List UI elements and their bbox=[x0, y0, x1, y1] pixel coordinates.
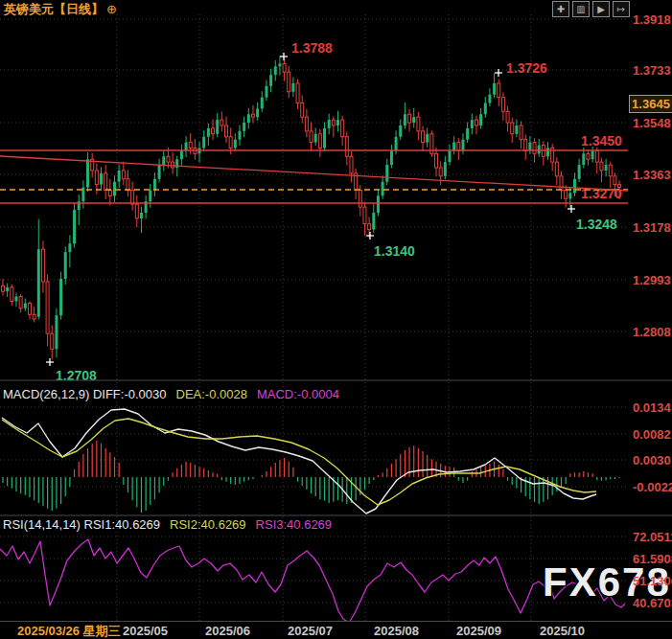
candle-body-down bbox=[296, 83, 299, 103]
candle-body-up bbox=[37, 249, 40, 316]
macd-axis-tick: -0.0022 bbox=[633, 480, 672, 494]
candle-body-up bbox=[605, 165, 608, 171]
candle-body-up bbox=[100, 173, 103, 185]
price-axis-tick: 1.2808 bbox=[633, 325, 671, 339]
time-axis-label: 2025/08 bbox=[374, 624, 419, 638]
candle-body-down bbox=[11, 287, 13, 302]
candle-body-down bbox=[220, 120, 223, 126]
candle-body-up bbox=[86, 159, 89, 187]
candle-body-up bbox=[479, 114, 482, 126]
trendline[interactable] bbox=[0, 156, 628, 191]
rsi-axis-tick: 61.5908 bbox=[633, 552, 672, 566]
candle-body-down bbox=[95, 171, 98, 185]
candle-body-up bbox=[59, 279, 62, 315]
candle-body-up bbox=[488, 95, 491, 103]
candle-body-down bbox=[41, 249, 44, 282]
chart-play-icon[interactable]: ▶ bbox=[592, 1, 610, 17]
candle-body-down bbox=[108, 191, 111, 196]
candle-body-up bbox=[314, 134, 317, 143]
price-axis-tick: 1.3548 bbox=[633, 116, 671, 130]
macd-diff-value: MACD(26,12,9) DIFF:-0.0030 bbox=[3, 387, 167, 401]
trading-chart-window: 1.34501.32701.37881.37261.27081.31401.32… bbox=[0, 0, 672, 639]
time-axis-label: 2025/05 bbox=[123, 624, 168, 638]
candle-body-up bbox=[158, 165, 161, 179]
candle-body-up bbox=[6, 287, 9, 291]
candle-body-up bbox=[265, 86, 267, 98]
candle-body-down bbox=[595, 150, 598, 162]
candle-body-up bbox=[449, 150, 452, 162]
candle-body-down bbox=[2, 285, 5, 291]
macd-indicator-row: MACD(26,12,9) DIFF:-0.0030DEA:-0.0028MAC… bbox=[3, 387, 339, 401]
candle-body-up bbox=[377, 195, 380, 213]
rsi2-value: RSI2:40.6269 bbox=[170, 517, 246, 532]
candle-body-up bbox=[591, 150, 594, 159]
candle-body-up bbox=[336, 120, 339, 126]
candle-body-up bbox=[149, 191, 151, 202]
time-axis-label: 2025/07 bbox=[288, 624, 333, 638]
candle-body-down bbox=[341, 120, 344, 137]
candle-body-down bbox=[350, 156, 353, 173]
candle-body-up bbox=[426, 134, 429, 143]
rsi-axis-tick: 51.1306 bbox=[633, 574, 672, 588]
candle-body-up bbox=[582, 153, 585, 165]
candle-body-down bbox=[135, 204, 138, 218]
candle-body-up bbox=[382, 182, 384, 196]
main-chart-svg[interactable]: 1.34501.32701.37881.37261.27081.31401.32… bbox=[0, 0, 672, 639]
candle-body-down bbox=[439, 168, 442, 176]
candle-body-up bbox=[162, 156, 165, 165]
pan-tool-icon[interactable]: ✚ bbox=[552, 1, 569, 17]
candle-body-up bbox=[395, 137, 398, 151]
candle-body-up bbox=[452, 143, 455, 151]
candle-body-up bbox=[73, 210, 76, 243]
symbol-title: 英镑美元【日线】⊕ bbox=[4, 2, 117, 16]
candle-body-up bbox=[216, 120, 219, 134]
candle-body-up bbox=[546, 148, 549, 156]
candle-body-down bbox=[457, 143, 460, 151]
candle-body-up bbox=[14, 296, 17, 301]
candle-body-down bbox=[172, 162, 174, 168]
candle-body-up bbox=[471, 120, 474, 128]
candle-body-down bbox=[46, 282, 49, 333]
candle-body-up bbox=[444, 162, 447, 176]
candle-body-up bbox=[538, 146, 541, 154]
candle-body-down bbox=[498, 83, 500, 98]
time-axis-label: 2025/06 bbox=[205, 624, 250, 638]
candle-body-up bbox=[291, 83, 294, 92]
zoom-plus-icon[interactable]: ⊕ bbox=[106, 2, 117, 16]
candle-body-up bbox=[24, 304, 27, 308]
price-axis-tick: 1.3918 bbox=[633, 12, 671, 27]
time-axis-label: 2025/10 bbox=[540, 624, 585, 638]
candle-body-up bbox=[185, 143, 188, 151]
candle-body-down bbox=[520, 126, 522, 140]
candle-body-down bbox=[19, 296, 22, 308]
candle-body-down bbox=[417, 117, 420, 131]
candle-body-up bbox=[68, 243, 71, 252]
candle-body-up bbox=[261, 98, 264, 109]
candle-body-down bbox=[301, 103, 304, 117]
candle-body-down bbox=[310, 131, 313, 143]
candle-body-up bbox=[140, 213, 143, 218]
candle-body-up bbox=[578, 165, 581, 179]
candle-body-down bbox=[506, 111, 509, 123]
macd-dea-value: DEA:-0.0028 bbox=[176, 387, 247, 401]
candle-body-up bbox=[256, 108, 259, 117]
candle-body-down bbox=[587, 153, 590, 159]
candle-body-down bbox=[363, 207, 366, 224]
candle-body-up bbox=[247, 114, 250, 123]
candle-body-down bbox=[345, 137, 348, 157]
price-axis-tick: 1.3363 bbox=[633, 168, 671, 182]
candle-body-down bbox=[408, 114, 411, 123]
candle-body-up bbox=[568, 193, 571, 198]
chart-toolbar: ✚ ▥ ▶ ↦ bbox=[552, 1, 630, 17]
candle-body-down bbox=[229, 137, 232, 148]
candle-body-up bbox=[328, 120, 331, 128]
candle-body-down bbox=[33, 314, 35, 319]
axis-scale-icon[interactable]: ▥ bbox=[572, 1, 590, 17]
candle-body-up bbox=[118, 171, 121, 182]
macd-diff-line bbox=[2, 409, 596, 513]
candle-body-down bbox=[212, 128, 215, 134]
candle-body-up bbox=[385, 165, 388, 182]
price-cursor-badge: 1.3645 bbox=[629, 95, 672, 113]
jump-to-latest-icon[interactable]: ↦ bbox=[613, 1, 630, 17]
symbol-timeframe-label: 英镑美元【日线】 bbox=[4, 2, 104, 16]
